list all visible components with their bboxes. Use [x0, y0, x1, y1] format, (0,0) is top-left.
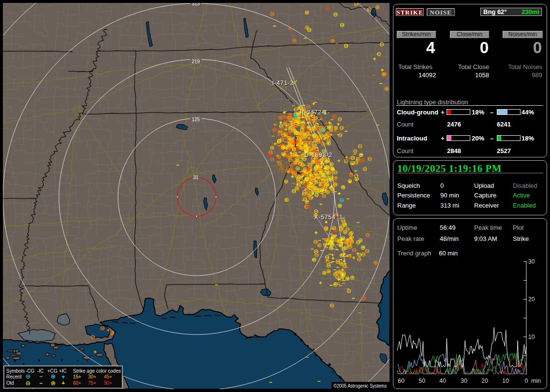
- svg-text:125: 125: [192, 117, 200, 122]
- svg-text:30+: 30+: [88, 374, 96, 379]
- svg-text:Recent: Recent: [6, 374, 22, 379]
- svg-text:20: 20: [481, 378, 488, 384]
- svg-text:min: min: [531, 378, 541, 384]
- svg-text:15+: 15+: [73, 374, 81, 379]
- svg-text:45+: 45+: [104, 374, 112, 379]
- svg-text:20: 20: [528, 296, 535, 303]
- svg-text:10: 10: [502, 378, 509, 384]
- svg-text:30: 30: [528, 258, 535, 265]
- svg-text:-CG: -CG: [26, 368, 35, 374]
- svg-text:I-471-2: I-471-2: [272, 80, 294, 86]
- svg-text:40: 40: [439, 378, 446, 384]
- svg-text:10: 10: [528, 334, 535, 340]
- svg-text:Strike age color codes: Strike age color codes: [73, 368, 121, 374]
- svg-text:31: 31: [193, 175, 199, 180]
- svg-text:-IC: -IC: [37, 368, 43, 374]
- svg-text:D-1898-2: D-1898-2: [304, 152, 333, 158]
- svg-text:Old: Old: [6, 380, 14, 386]
- svg-text:1-: 1-: [339, 214, 346, 221]
- svg-text:R-3472-1-: R-3472-1-: [300, 109, 330, 116]
- svg-text:75+: 75+: [88, 380, 96, 386]
- svg-text:X-5754: X-5754: [314, 214, 336, 221]
- svg-text:313: 313: [192, 3, 200, 6]
- svg-text:60: 60: [398, 378, 405, 384]
- svg-text:Symbols: Symbols: [6, 368, 25, 374]
- svg-text:0: 0: [525, 378, 528, 384]
- svg-text:219: 219: [192, 59, 200, 64]
- svg-text:+CG: +CG: [47, 368, 58, 374]
- svg-text:+IC: +IC: [59, 368, 67, 374]
- svg-text:©2005 Astrogenic Systems: ©2005 Astrogenic Systems: [333, 383, 387, 389]
- svg-text:60+: 60+: [73, 380, 81, 386]
- svg-text:30: 30: [461, 378, 467, 384]
- svg-text:50: 50: [419, 378, 425, 384]
- svg-text:90+: 90+: [104, 380, 112, 386]
